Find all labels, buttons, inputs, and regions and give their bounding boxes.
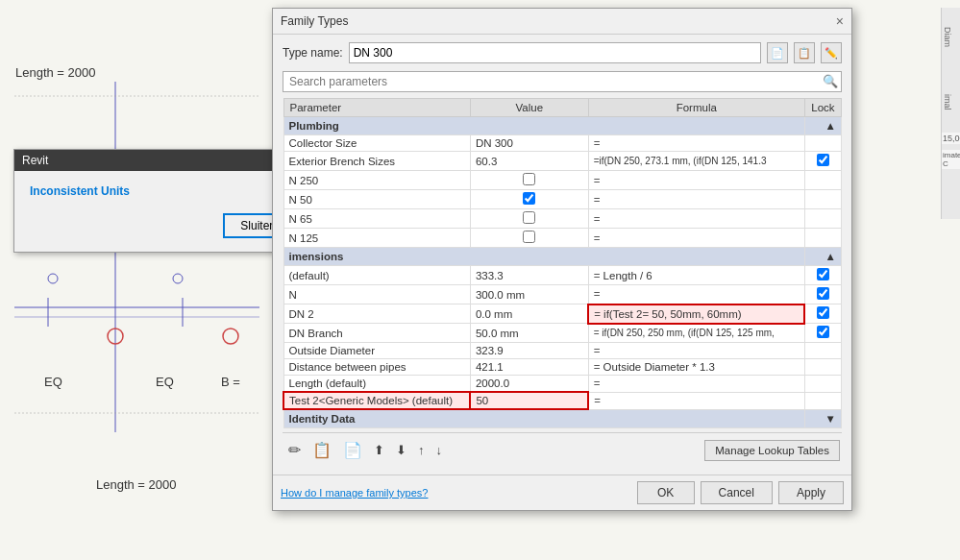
type-name-select[interactable]: DN 300 [349, 42, 761, 63]
value-dn2[interactable]: 0.0 mm [470, 304, 588, 324]
revit-dialog-title: Revit [22, 154, 48, 167]
th-parameter: Parameter [283, 99, 470, 117]
table-row: N 250 = [283, 171, 842, 190]
param-exterior-brench: Exterior Brench Sizes [283, 152, 470, 171]
value-collector-size[interactable]: DN 300 [470, 135, 588, 152]
value-n125[interactable] [470, 229, 588, 248]
type-rename-button[interactable]: ✏️ [821, 42, 842, 63]
ok-button[interactable]: OK [637, 481, 695, 504]
value-checkbox[interactable] [523, 173, 535, 185]
value-default[interactable]: 333.3 [470, 266, 588, 285]
value-dn-branch[interactable]: 50.0 mm [470, 324, 588, 343]
param-test2: Test 2<Generic Models> (default) [283, 392, 470, 409]
value-n250[interactable] [470, 171, 588, 190]
formula-n65: = [588, 209, 804, 229]
type-name-label: Type name: [283, 46, 343, 60]
value-exterior-brench[interactable]: 60.3 [470, 152, 588, 171]
ft-body: Type name: DN 300 📄 📋 ✏️ 🔍 Parameter Val… [273, 35, 851, 475]
th-lock: Lock [804, 99, 841, 117]
side-panel: Diam imal 15,00.0 imate C [941, 8, 960, 219]
type-duplicate-button[interactable]: 📋 [794, 42, 815, 63]
value-length-default[interactable]: 2000.0 [470, 376, 588, 393]
table-row-test2: Test 2<Generic Models> (default) 50 = [283, 392, 842, 409]
th-value: Value [470, 99, 588, 117]
lock-n65 [804, 209, 841, 229]
th-formula: Formula [588, 99, 804, 117]
lock-n250 [804, 171, 841, 190]
lock-n[interactable] [804, 285, 841, 304]
value-checkbox[interactable] [523, 192, 535, 205]
apply-button[interactable]: Apply [778, 481, 844, 504]
type-new-button[interactable]: 📄 [767, 42, 788, 63]
value-outside-diameter[interactable]: 323.9 [470, 343, 588, 359]
value-checkbox[interactable] [523, 231, 535, 243]
lock-checkbox[interactable] [817, 154, 829, 166]
family-types-help-link[interactable]: How do I manage family types? [281, 487, 637, 499]
toolbar-move-up-button[interactable]: ⬆ [370, 441, 388, 459]
toolbar-pencil-button[interactable]: ✏ [284, 439, 305, 461]
value-n65[interactable] [470, 209, 588, 229]
lock-default[interactable] [804, 266, 841, 285]
value-test2[interactable]: 50 [470, 392, 588, 409]
toolbar-sort-az-button[interactable]: ↑ [414, 441, 429, 459]
formula-outside-diameter: = [588, 343, 804, 359]
lock-exterior-brench[interactable] [804, 152, 841, 171]
lock-n50 [804, 190, 841, 209]
lock-distance-pipes [804, 359, 841, 376]
cancel-button[interactable]: Cancel [701, 481, 773, 504]
formula-length-default: = [588, 376, 804, 393]
value-checkbox[interactable] [523, 211, 535, 224]
param-n: N [283, 285, 470, 304]
value-n[interactable]: 300.0 mm [470, 285, 588, 304]
formula-n50: = [588, 190, 804, 209]
table-header-row: Parameter Value Formula Lock [283, 99, 842, 117]
toolbar-copy-button[interactable]: 📋 [308, 439, 335, 461]
search-input[interactable] [283, 71, 842, 92]
value-n50[interactable] [470, 190, 588, 209]
lock-dn-branch[interactable] [804, 324, 841, 343]
ft-close-button[interactable]: × [836, 13, 844, 29]
toolbar-move-down-button[interactable]: ⬇ [392, 441, 410, 459]
side-panel-label2: imate C [942, 150, 960, 169]
formula-n: = [588, 285, 804, 304]
ft-footer-buttons: OK Cancel Apply [637, 481, 844, 504]
lock-n125 [804, 229, 841, 248]
formula-test2: = [588, 392, 804, 409]
section-plumbing-label: Plumbing [283, 117, 804, 135]
formula-n250: = [588, 171, 804, 190]
section-identity-arrow: ▼ [804, 409, 841, 428]
formula-collector-size: = [588, 135, 804, 152]
toolbar-add-button[interactable]: 📄 [339, 439, 366, 461]
manage-lookup-button[interactable]: Manage Lookup Tables [704, 440, 840, 461]
lock-dn2[interactable] [804, 304, 841, 324]
cad-drawing [0, 0, 274, 560]
table-row: Exterior Brench Sizes 60.3 =if(DN 250, 2… [283, 152, 842, 171]
revit-dialog-btn-row: Sluiten [30, 207, 293, 242]
section-plumbing-arrow: ▲ [804, 117, 841, 135]
search-row: 🔍 [283, 71, 842, 92]
revit-dialog-titlebar: Revit × [14, 150, 308, 171]
value-distance-pipes[interactable]: 421.1 [470, 359, 588, 376]
table-row-dn2: DN 2 0.0 mm = if(Test 2= 50, 50mm, 60mm) [283, 304, 842, 324]
ft-title: Family Types [281, 14, 348, 28]
formula-default: = Length / 6 [588, 266, 804, 285]
param-n125: N 125 [283, 229, 470, 248]
search-button[interactable]: 🔍 [823, 74, 838, 88]
formula-dn2: = if(Test 2= 50, 50mm, 60mm) [588, 304, 804, 324]
table-row: DN Branch 50.0 mm = if(DN 250, 250 mm, (… [283, 324, 842, 343]
lock-checkbox[interactable] [817, 326, 829, 338]
svg-point-8 [173, 274, 183, 283]
table-row: Collector Size DN 300 = [283, 135, 842, 152]
param-dn2: DN 2 [283, 304, 470, 324]
formula-dn-branch: = if(DN 250, 250 mm, (if(DN 125, 125 mm, [588, 324, 804, 343]
formula-n125: = [588, 229, 804, 248]
revit-dialog-body: Inconsistent Units Sluiten [14, 171, 308, 252]
lock-checkbox[interactable] [817, 287, 829, 300]
toolbar-sort-za-button[interactable]: ↓ [432, 441, 447, 459]
lock-checkbox[interactable] [817, 268, 829, 280]
side-panel-label-imal: imal [943, 94, 952, 110]
table-row: N 50 = [283, 190, 842, 209]
side-panel-value: 15,00.0 [942, 133, 960, 144]
table-row: Length (default) 2000.0 = [283, 376, 842, 393]
lock-checkbox[interactable] [817, 306, 829, 319]
